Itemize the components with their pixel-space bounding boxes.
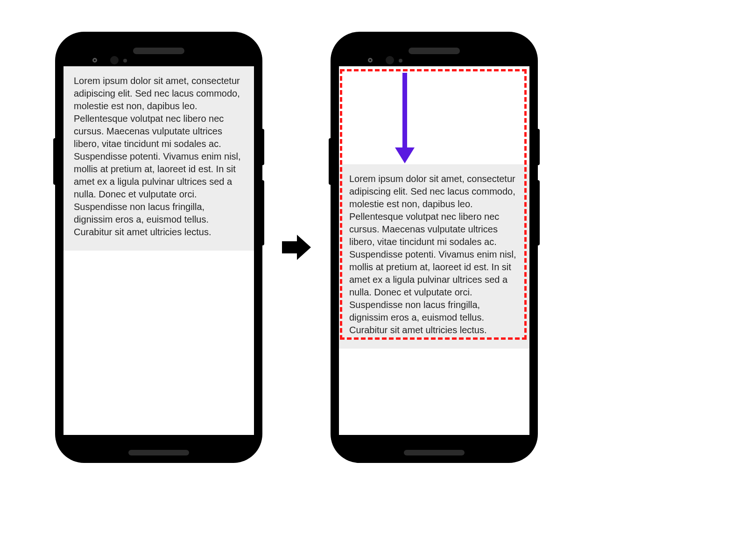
phone-speaker-bottom-icon	[128, 450, 189, 455]
phone-right-button-1	[261, 129, 264, 165]
phone-speaker-icon	[133, 48, 184, 54]
phone-sensor-icon	[368, 58, 373, 63]
svg-marker-0	[282, 235, 311, 260]
phone-speaker-icon	[409, 48, 460, 54]
phone-sensor2-icon	[123, 59, 127, 63]
phone-right-button-1	[536, 129, 540, 165]
phone-sensor-icon	[92, 58, 97, 63]
phone-camera-icon	[110, 56, 119, 64]
transition-arrow-icon	[280, 231, 313, 264]
content-card-after: Lorem ipsum dolor sit amet, consectetur …	[339, 164, 529, 349]
phone-camera-icon	[386, 56, 394, 64]
phone-bezel-top	[63, 40, 254, 66]
phone-right-button-2	[261, 180, 264, 245]
phone-left-button	[329, 138, 332, 185]
phone-before: Lorem ipsum dolor sit amet, consectetur …	[56, 33, 261, 462]
phone-right-button-2	[536, 180, 540, 245]
phone-screen-after: Lorem ipsum dolor sit amet, consectetur …	[339, 66, 529, 435]
phone-speaker-bottom-icon	[404, 450, 465, 455]
diagram-stage: Lorem ipsum dolor sit amet, consectetur …	[56, 14, 691, 481]
phone-sensor2-icon	[399, 59, 402, 63]
phone-bezel-bottom	[63, 435, 254, 462]
phone-bezel-top	[339, 40, 529, 66]
phone-after: Lorem ipsum dolor sit amet, consectetur …	[331, 33, 537, 462]
lorem-text-before: Lorem ipsum dolor sit amet, consectetur …	[74, 75, 244, 238]
phone-left-button	[53, 138, 57, 185]
offset-spacer	[339, 66, 529, 164]
phone-bezel-bottom	[339, 435, 529, 462]
content-card-before: Lorem ipsum dolor sit amet, consectetur …	[63, 66, 254, 251]
phone-screen-before: Lorem ipsum dolor sit amet, consectetur …	[63, 66, 254, 435]
lorem-text-after: Lorem ipsum dolor sit amet, consectetur …	[349, 173, 519, 336]
